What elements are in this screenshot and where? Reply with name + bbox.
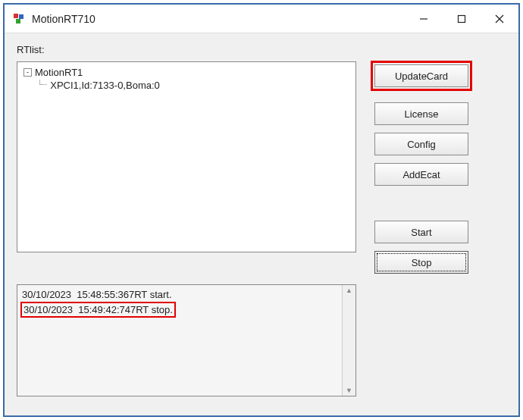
log-scrollbar[interactable]: ▲ ▼ bbox=[342, 285, 355, 396]
tree-panel[interactable]: - MotionRT1 └┄ XPCI1,Id:7133-0,Boma:0 bbox=[17, 61, 356, 252]
svg-rect-4 bbox=[459, 15, 465, 22]
window-controls bbox=[405, 5, 518, 33]
svg-rect-0 bbox=[14, 14, 18, 18]
log-line: 30/10/2023 15:48:55:367RT start. bbox=[22, 288, 351, 302]
main-window: MotionRT710 RTlist: - MotionRT bbox=[5, 5, 518, 415]
highlight-updatecard: UpdateCard bbox=[371, 61, 472, 91]
log-line: 30/10/2023 15:49:42:747RT stop. bbox=[20, 302, 176, 318]
scroll-up-icon[interactable]: ▲ bbox=[346, 287, 352, 294]
start-button[interactable]: Start bbox=[374, 221, 468, 243]
tree-child-item[interactable]: └┄ XPCI1,Id:7133-0,Boma:0 bbox=[37, 80, 349, 91]
buttons-column: UpdateCard License Config AddEcat Start … bbox=[374, 61, 468, 274]
app-icon bbox=[12, 12, 26, 26]
config-button[interactable]: Config bbox=[374, 133, 468, 155]
minimize-button[interactable] bbox=[405, 5, 443, 33]
tree-connector-icon: └┄ bbox=[37, 80, 47, 89]
updatecard-button[interactable]: UpdateCard bbox=[374, 64, 468, 87]
svg-rect-1 bbox=[19, 14, 23, 19]
stop-button[interactable]: Stop bbox=[374, 251, 468, 274]
window-title: MotionRT710 bbox=[32, 13, 405, 25]
close-button[interactable] bbox=[481, 5, 518, 33]
maximize-button[interactable] bbox=[443, 5, 481, 33]
tree-child-label: XPCI1,Id:7133-0,Boma:0 bbox=[50, 80, 160, 91]
titlebar: MotionRT710 bbox=[5, 5, 518, 33]
scroll-down-icon[interactable]: ▼ bbox=[346, 387, 352, 394]
license-button[interactable]: License bbox=[374, 102, 468, 125]
tree-collapse-icon[interactable]: - bbox=[23, 68, 32, 77]
client-area: RTlist: - MotionRT1 └┄ XPCI1,Id:7133-0,B… bbox=[5, 33, 518, 415]
tree-root-label: MotionRT1 bbox=[35, 67, 83, 78]
highlight-log-stop: 30/10/2023 15:49:42:747RT stop. bbox=[22, 302, 351, 318]
svg-rect-2 bbox=[16, 19, 20, 24]
tree-root-item[interactable]: - MotionRT1 bbox=[23, 67, 349, 78]
addecat-button[interactable]: AddEcat bbox=[374, 163, 468, 186]
log-panel[interactable]: 30/10/2023 15:48:55:367RT start. 30/10/2… bbox=[17, 284, 356, 396]
rtlist-label: RTlist: bbox=[17, 44, 506, 55]
